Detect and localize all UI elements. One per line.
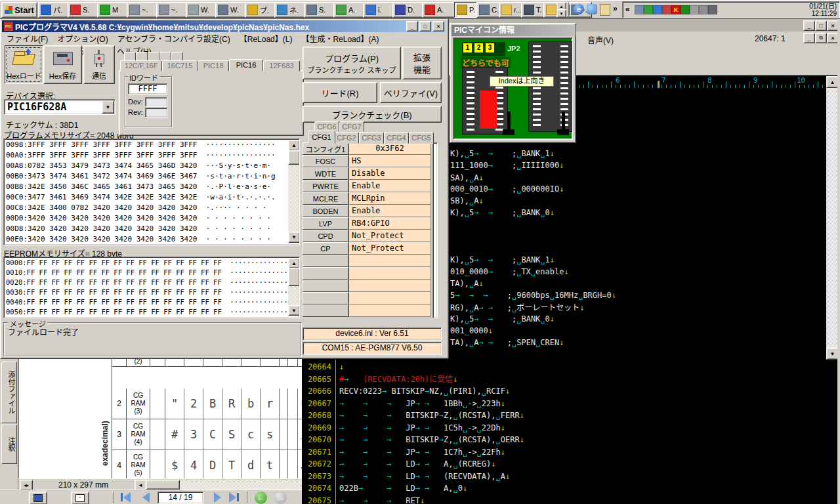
config-value-cell[interactable]: Enable bbox=[348, 180, 431, 192]
quicklaunch-clipboard-icon[interactable] bbox=[600, 4, 610, 16]
cfg-tab-cfg7[interactable]: CFG7 bbox=[339, 121, 364, 132]
extended-function-button[interactable]: 拡張 機能 bbox=[402, 47, 442, 79]
main-titlebar[interactable]: PIC PICプログラマV4 V6.5.68 C:¥cygwin¥home¥mi… bbox=[2, 20, 446, 32]
editor-maximize-button[interactable]: □ bbox=[815, 20, 827, 31]
editor-minimize-button[interactable]: _ bbox=[803, 20, 815, 31]
main-minimize-button[interactable]: _ bbox=[406, 21, 418, 32]
config-value-cell[interactable]: RB4:GPIO bbox=[348, 217, 431, 230]
eeprom-list[interactable]: 0000:FF FF FF FF FF FF FF FF FF FF FF FF… bbox=[3, 257, 300, 318]
media-icon[interactable] bbox=[662, 5, 671, 14]
config-value-cell[interactable] bbox=[348, 255, 431, 267]
mouse-icon[interactable] bbox=[690, 5, 699, 14]
taskbar-button[interactable]: W. bbox=[186, 2, 219, 18]
scroll-up-arrow[interactable]: ▲ bbox=[288, 140, 300, 151]
taskbar-button[interactable]: S. bbox=[68, 2, 101, 18]
taskbar-button[interactable]: D. bbox=[392, 2, 426, 18]
blank-check-button[interactable]: ブランクチェック(B) bbox=[303, 106, 442, 123]
config-value-cell[interactable]: Enable bbox=[348, 205, 431, 217]
cfg-tab-cfg3[interactable]: CFG3 bbox=[359, 132, 384, 144]
ime-k-icon[interactable]: K bbox=[671, 5, 681, 14]
page-layout-icon[interactable]: − bbox=[71, 492, 89, 504]
quicklaunch-ie-icon[interactable]: e bbox=[574, 4, 584, 14]
volume-icon[interactable] bbox=[635, 5, 644, 14]
device-tab-stub[interactable] bbox=[148, 52, 159, 61]
editor-menu-voice[interactable]: 音声(V) bbox=[583, 33, 618, 46]
taskbar-button[interactable]: ~. bbox=[127, 2, 160, 18]
device-tab-stub[interactable] bbox=[124, 52, 136, 61]
network-activity-icon[interactable] bbox=[681, 5, 690, 14]
device-tab-12f683[interactable]: 12F683 bbox=[263, 60, 300, 72]
last-page-button[interactable] bbox=[229, 492, 241, 503]
config-value-cell[interactable]: 0x3F62 bbox=[348, 142, 431, 155]
id-word-value[interactable]: FFFF bbox=[128, 83, 167, 94]
eeprom-scrollbar[interactable]: ▲ ▼ bbox=[288, 258, 299, 316]
go-back-button[interactable]: ← bbox=[255, 492, 267, 504]
first-page-button[interactable] bbox=[120, 492, 132, 503]
cfg-tab-cfg5[interactable]: CFG5 bbox=[409, 132, 434, 144]
device-tab-16c715[interactable]: 16C715 bbox=[162, 60, 198, 72]
config-value-cell[interactable]: Disable bbox=[348, 167, 431, 180]
pdf-hscrollbar[interactable] bbox=[145, 480, 302, 490]
taskbar-button[interactable]: プ. bbox=[245, 2, 278, 18]
device-tab-pic18[interactable]: PIC18 bbox=[198, 60, 229, 72]
config-value-cell[interactable] bbox=[348, 280, 431, 292]
taskbar-button[interactable]: i. bbox=[363, 2, 396, 18]
config-value-cell[interactable] bbox=[348, 267, 431, 280]
splitter-icon[interactable]: ◂▸ bbox=[20, 480, 33, 490]
scroll-thumb[interactable] bbox=[288, 150, 300, 165]
scroll-down-arrow[interactable]: ▼ bbox=[288, 232, 300, 243]
prev-page-button[interactable] bbox=[142, 492, 151, 503]
taskbar-button[interactable]: A. bbox=[422, 2, 455, 18]
taskbar-spinner[interactable]: ▲ ▼ bbox=[556, 2, 565, 16]
config-value-cell[interactable] bbox=[348, 304, 431, 317]
combo-dropdown-arrow[interactable]: ▼ bbox=[102, 100, 114, 114]
pic-info-titlebar[interactable]: PICマイコン情報 bbox=[452, 25, 576, 36]
comm-button[interactable]: 通信 bbox=[83, 45, 115, 84]
pen-icon[interactable] bbox=[708, 5, 717, 14]
editor-doc-restore-button[interactable]: ⧉ bbox=[815, 33, 827, 43]
config-value-cell[interactable]: Not_Protect bbox=[348, 230, 431, 242]
read-button[interactable]: リード(R) bbox=[303, 82, 377, 103]
cfg-tab-cfg4[interactable]: CFG4 bbox=[384, 132, 409, 144]
main-menu-item[interactable]: オプション(O) bbox=[52, 32, 112, 45]
main-close-button[interactable]: ✕ bbox=[432, 21, 444, 32]
device-select-combo[interactable]: PIC16F628A ▼ bbox=[4, 99, 116, 115]
page-number-input[interactable]: 14 / 19 bbox=[158, 492, 203, 504]
editor-vscrollbar[interactable]: ▲ ▼ bbox=[826, 76, 837, 358]
cfg-tab-cfg2[interactable]: CFG2 bbox=[334, 132, 359, 144]
taskbar-button[interactable]: W. bbox=[215, 2, 249, 18]
taskbar-button[interactable]: ~. bbox=[156, 2, 190, 18]
prog-mem-scrollbar[interactable]: ▲ ▼ bbox=[288, 140, 299, 243]
single-page-view-icon[interactable] bbox=[29, 492, 47, 504]
start-button[interactable]: Start bbox=[1, 2, 37, 18]
tray-collapse-chevron[interactable]: « bbox=[625, 5, 630, 14]
device-tab-12cf16f[interactable]: 12C/F,16F bbox=[120, 60, 162, 72]
music-player-icon[interactable] bbox=[653, 5, 662, 14]
go-forward-button[interactable]: → bbox=[274, 492, 287, 504]
taskbar-button[interactable]: ネ. bbox=[274, 2, 308, 18]
main-menu-item[interactable]: 【生成・ReLoad】(A) bbox=[297, 32, 383, 45]
quicklaunch-overflow-chevron[interactable]: » bbox=[613, 4, 618, 13]
taskbar-button[interactable]: パ. bbox=[38, 2, 72, 18]
device-tab-pic16[interactable]: PIC16 bbox=[229, 59, 263, 72]
device-tab-stub[interactable] bbox=[171, 52, 183, 61]
scroll-thumb[interactable] bbox=[288, 268, 300, 286]
main-maximize-button[interactable]: □ bbox=[419, 21, 431, 32]
taskbar-button[interactable]: A. bbox=[333, 2, 367, 18]
hex-save-button[interactable]: Hex保存 bbox=[43, 45, 82, 84]
cfg-tab-cfg1[interactable]: CFG1 bbox=[308, 131, 335, 144]
config-value-cell[interactable]: Not_Protect bbox=[348, 242, 431, 255]
main-menu-item[interactable]: アセンブラ・コンパイラ設定(C) bbox=[113, 32, 235, 45]
next-page-button[interactable] bbox=[213, 492, 222, 503]
config-value-cell[interactable]: HS bbox=[348, 155, 431, 167]
pdf-sidebar-tab-attachments[interactable]: 添付ファイル bbox=[1, 362, 17, 423]
tray-clock[interactable]: 01/21(日) 12:11:29 bbox=[809, 3, 837, 17]
config-value-cell[interactable]: MCLRpin bbox=[348, 192, 431, 205]
hex-load-button[interactable]: Hexロード bbox=[5, 45, 43, 84]
device-tab-stub[interactable] bbox=[159, 52, 171, 61]
taskbar-button[interactable]: S. bbox=[304, 2, 337, 18]
quicklaunch-messenger-icon[interactable] bbox=[587, 4, 597, 14]
main-menu-item[interactable]: ファイル(F) bbox=[2, 32, 52, 45]
scroll-down-arrow[interactable]: ▼ bbox=[288, 305, 300, 316]
scroll-up-arrow[interactable]: ▲ bbox=[288, 258, 300, 268]
